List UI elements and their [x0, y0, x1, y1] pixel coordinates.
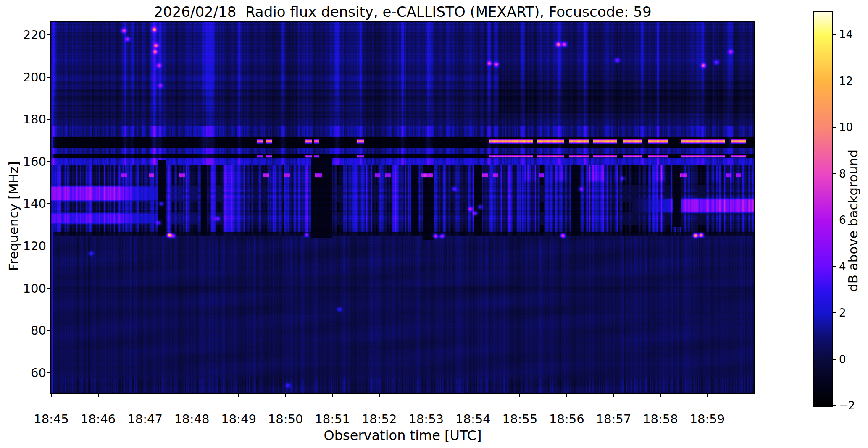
- chart-title: 2026/02/18 Radio flux density, e-CALLIST…: [51, 3, 754, 20]
- y-tick-mark: [47, 119, 51, 120]
- x-tick-label: 18:51: [307, 412, 358, 426]
- y-tick-label: 180: [4, 112, 46, 126]
- x-tick-label: 18:52: [354, 412, 405, 426]
- x-tick-label: 18:53: [401, 412, 451, 426]
- x-tick-mark: [519, 393, 520, 397]
- y-tick-mark: [47, 34, 51, 35]
- colorbar-tick-mark: [833, 173, 836, 174]
- x-tick-mark: [613, 393, 614, 397]
- x-tick-mark: [473, 393, 473, 397]
- y-tick-label: 100: [4, 281, 46, 296]
- x-tick-label: 18:45: [26, 412, 76, 426]
- colorbar-tick-mark: [833, 405, 836, 406]
- x-tick-mark: [51, 393, 52, 397]
- y-tick-mark: [47, 288, 51, 289]
- x-tick-mark: [379, 393, 380, 397]
- colorbar-tick-label: 10: [839, 121, 853, 134]
- x-tick-mark: [192, 393, 192, 397]
- colorbar-tick-mark: [833, 127, 836, 128]
- x-tick-label: 18:50: [260, 412, 311, 426]
- colorbar-tick-label: 0: [839, 353, 846, 366]
- spectrogram-figure: 2026/02/18 Radio flux density, e-CALLIST…: [0, 0, 868, 448]
- x-tick-label: 18:48: [167, 412, 217, 426]
- x-tick-mark: [98, 393, 99, 397]
- colorbar-tick-label: 12: [839, 75, 853, 87]
- x-tick-label: 18:54: [448, 412, 498, 426]
- x-tick-mark: [566, 393, 567, 397]
- x-tick-mark: [145, 393, 145, 397]
- colorbar-label: dB above background: [845, 139, 860, 302]
- colorbar: [813, 11, 833, 407]
- x-tick-label: 18:59: [682, 412, 732, 426]
- x-tick-label: 18:46: [73, 412, 124, 426]
- y-tick-mark: [47, 372, 51, 373]
- x-tick-label: 18:56: [542, 412, 592, 426]
- x-tick-label: 18:47: [120, 412, 170, 426]
- x-tick-mark: [238, 393, 239, 397]
- y-tick-label: 160: [4, 155, 46, 169]
- colorbar-tick-mark: [833, 359, 836, 360]
- plot-area: [50, 21, 755, 394]
- x-tick-label: 18:58: [635, 412, 686, 426]
- y-tick-mark: [47, 77, 51, 78]
- x-axis-label: Observation time [UTC]: [51, 427, 754, 443]
- x-tick-label: 18:57: [588, 412, 639, 426]
- y-tick-mark: [47, 330, 51, 331]
- colorbar-tick-label: −2: [839, 399, 855, 412]
- colorbar-tick-mark: [833, 266, 836, 267]
- x-tick-mark: [332, 393, 333, 397]
- y-axis-label: Frequency [MHz]: [6, 160, 21, 273]
- y-tick-label: 80: [4, 323, 46, 338]
- x-tick-mark: [285, 393, 286, 397]
- y-tick-mark: [47, 203, 51, 204]
- y-tick-label: 60: [4, 366, 46, 380]
- colorbar-tick-mark: [833, 312, 836, 313]
- x-tick-label: 18:49: [213, 412, 264, 426]
- x-tick-mark: [707, 393, 708, 397]
- colorbar-tick-mark: [833, 220, 836, 220]
- x-tick-mark: [660, 393, 661, 397]
- y-tick-label: 200: [4, 70, 46, 84]
- y-tick-label: 120: [4, 239, 46, 253]
- y-tick-mark: [47, 161, 51, 162]
- y-tick-label: 140: [4, 196, 46, 211]
- y-tick-label: 220: [4, 28, 46, 42]
- x-tick-mark: [426, 393, 426, 397]
- colorbar-tick-label: 14: [839, 28, 853, 41]
- colorbar-tick-mark: [833, 34, 836, 35]
- spectrogram-canvas: [51, 22, 754, 393]
- colorbar-tick-label: 2: [839, 307, 846, 319]
- colorbar-tick-mark: [833, 81, 836, 81]
- x-tick-label: 18:55: [494, 412, 545, 426]
- y-tick-mark: [47, 246, 51, 246]
